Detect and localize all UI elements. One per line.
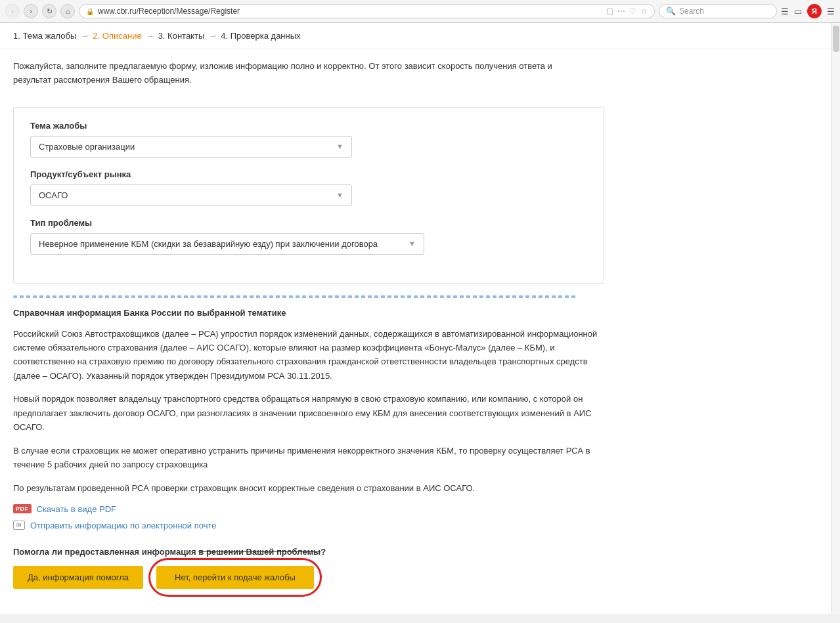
question-text-normal: Помогла ли предоставленная информация (13, 547, 198, 557)
field2-select[interactable]: ОСАГО ▼ (30, 184, 352, 206)
field2-label: Продукт/субъект рынка (30, 169, 587, 179)
address-bar-icons: ▢ ⋯ ♡ ☆ (606, 7, 648, 16)
forward-button[interactable]: › (24, 4, 38, 18)
info-section: Справочная информация Банка России по вы… (13, 308, 604, 530)
search-icon: 🔍 (666, 7, 676, 16)
question-section: Помогла ли предоставленная информация в … (13, 544, 604, 589)
pdf-link[interactable]: Скачать в виде PDF (37, 504, 116, 514)
question-text-strikethrough: в решении Вашей проблемы (198, 547, 321, 557)
field-group-type: Тип проблемы Неверное применение КБМ (ск… (30, 218, 587, 255)
field3-label: Тип проблемы (30, 218, 587, 228)
field3-select[interactable]: Неверное применение КБМ (скидки за безав… (30, 233, 424, 255)
no-button-wrapper: Нет, перейти к подаче жалобы (156, 566, 314, 589)
field-group-tema: Тема жалобы Страховые организации ▼ (30, 121, 587, 158)
question-text: Помогла ли предоставленная информация в … (13, 547, 604, 557)
sidebar-icon: ▭ (794, 7, 802, 16)
wavy-divider (13, 295, 578, 298)
scrollbar-thumb (833, 26, 839, 52)
reload-button[interactable]: ↻ (42, 4, 56, 18)
field3-arrow-icon: ▼ (409, 240, 416, 247)
field-group-product: Продукт/субъект рынка ОСАГО ▼ (30, 169, 587, 206)
field1-select[interactable]: Страховые организации ▼ (30, 136, 352, 158)
browser-chrome: ‹ › ↻ ⌂ 🔒 www.cbr.ru/Reception/Message/R… (0, 0, 840, 23)
steps-breadcrumb: 1. Тема жалобы → 2. Описание → 3. Контак… (0, 23, 840, 49)
info-para3: В случае если страховщик не может операт… (13, 444, 604, 472)
page-wrapper: 1. Тема жалобы → 2. Описание → 3. Контак… (0, 23, 840, 614)
field2-value: ОСАГО (39, 190, 68, 200)
arrow-1: → (80, 31, 89, 41)
hamburger-icon: ☰ (827, 7, 835, 16)
step-2-label: 2. Описание (93, 31, 141, 41)
email-link-row: ✉ Отправить информацию по электронной по… (13, 521, 604, 530)
info-title: Справочная информация Банка России по вы… (13, 308, 604, 318)
reader-icon: ▢ (606, 7, 613, 16)
browser-toolbar: ‹ › ↻ ⌂ 🔒 www.cbr.ru/Reception/Message/R… (0, 0, 840, 22)
buttons-row: Да, информация помогла Нет, перейти к по… (13, 566, 604, 589)
star-icon: ☆ (640, 7, 648, 16)
bookmark-icon: ♡ (629, 7, 636, 16)
field3-value: Неверное применение КБМ (скидки за безав… (39, 239, 378, 249)
menu-icon: ⋯ (617, 7, 625, 16)
email-icon: ✉ (13, 521, 25, 530)
browser-icons: ☰ ▭ Я ☰ (781, 4, 835, 18)
home-button[interactable]: ⌂ (60, 4, 75, 18)
lock-icon: 🔒 (86, 8, 94, 15)
yandex-icon: Я (807, 4, 822, 18)
scrollbar[interactable] (831, 23, 840, 614)
field2-arrow-icon: ▼ (336, 191, 343, 199)
pdf-link-row: PDF Скачать в виде PDF (13, 504, 604, 514)
yes-button[interactable]: Да, информация помогла (13, 566, 143, 589)
field1-value: Страховые организации (39, 142, 135, 152)
no-button[interactable]: Нет, перейти к подаче жалобы (156, 566, 314, 589)
question-text-end: ? (321, 547, 326, 557)
step-4-label: 4. Проверка данных (221, 31, 300, 41)
intro-text: Пожалуйста, заполните предлагаемую форму… (0, 49, 591, 100)
library-icon: ☰ (781, 7, 789, 16)
url-text: www.cbr.ru/Reception/Message/Register (98, 7, 602, 16)
info-para2: Новый порядок позволяет владельцу трансп… (13, 392, 604, 434)
step-1-label: 1. Тема жалобы (13, 31, 76, 41)
pdf-badge: PDF (13, 504, 32, 513)
arrow-2: → (146, 31, 154, 41)
field1-label: Тема жалобы (30, 121, 587, 131)
step-3-label: 3. Контакты (158, 31, 205, 41)
search-placeholder: Search (679, 7, 704, 16)
arrow-3: → (208, 31, 217, 41)
field1-arrow-icon: ▼ (336, 142, 343, 150)
form-card: Тема жалобы Страховые организации ▼ Прод… (13, 107, 604, 284)
address-bar[interactable]: 🔒 www.cbr.ru/Reception/Message/Register … (79, 4, 655, 18)
email-link[interactable]: Отправить информацию по электронной почт… (30, 521, 216, 530)
search-bar[interactable]: 🔍 Search (659, 4, 777, 18)
back-button[interactable]: ‹ (5, 4, 20, 18)
info-para4: По результатам проведенной РСА проверки … (13, 481, 604, 495)
info-para1: Российский Союз Автостраховщиков (далее … (13, 327, 604, 383)
